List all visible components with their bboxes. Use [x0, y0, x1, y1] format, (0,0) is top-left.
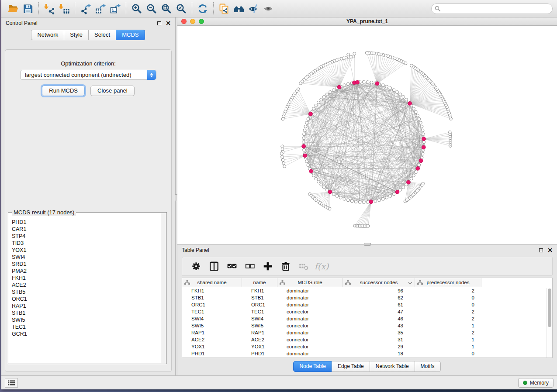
network-canvas[interactable] [177, 26, 557, 244]
tab-style[interactable]: Style [64, 30, 89, 40]
zoom-selected-icon[interactable] [174, 2, 189, 16]
table-cell: 18 [343, 350, 415, 357]
import-network-icon[interactable] [42, 2, 57, 16]
column-header-shared-name[interactable]: shared name [182, 278, 242, 287]
column-header-successor-nodes[interactable]: successor nodes [343, 278, 415, 287]
close-panel-icon[interactable]: ✕ [166, 20, 171, 26]
table-row[interactable]: ORC1ORC1dominator610 [182, 301, 552, 308]
refresh-view-icon[interactable] [195, 2, 210, 16]
table-cell: 96 [343, 287, 415, 294]
memory-button[interactable]: Memory [518, 378, 554, 388]
close-panel-button[interactable]: Close panel [90, 86, 135, 96]
delete-columns-icon[interactable] [280, 261, 291, 272]
select-all-icon[interactable] [227, 261, 237, 272]
float-table-panel-icon[interactable] [539, 248, 543, 252]
table-row[interactable]: YOX1YOX1connector291 [182, 343, 552, 350]
table-cell: 46 [343, 315, 415, 322]
horizontal-splitter-grip[interactable] [364, 243, 371, 246]
table-cell: STB1 [242, 294, 277, 301]
mcds-result-item[interactable]: FKH1 [10, 275, 160, 282]
close-table-panel-icon[interactable]: ✕ [547, 247, 553, 253]
table-row[interactable]: STB1STB1dominator620 [182, 294, 552, 301]
mcds-result-group: MCDS result (17 nodes) PHD1CAR1STP4TID3Y… [8, 212, 167, 364]
table-scrollbar[interactable] [547, 288, 552, 358]
task-history-button[interactable] [5, 378, 18, 388]
table-row[interactable]: SWI5SWI5connector431 [182, 322, 552, 329]
tab-select[interactable]: Select [88, 30, 116, 40]
table-row[interactable]: FKH1FKH1dominator962 [182, 287, 552, 294]
run-mcds-button[interactable]: Run MCDS [42, 86, 85, 96]
table-row[interactable]: PHD1PHD1dominator180 [182, 350, 552, 357]
mcds-result-item[interactable]: YOX1 [10, 247, 160, 254]
show-all-icon[interactable] [261, 2, 276, 16]
table-cell: 62 [343, 294, 415, 301]
add-column-icon[interactable] [263, 261, 273, 272]
first-neighbors-icon[interactable] [232, 2, 246, 16]
float-panel-icon[interactable] [157, 21, 161, 25]
table-row[interactable]: ACE2ACE2connector311 [182, 336, 552, 343]
split-view-icon[interactable] [209, 261, 219, 272]
mcds-result-item[interactable]: RAP1 [10, 303, 160, 309]
mcds-result-item[interactable]: STB1 [10, 309, 160, 316]
mcds-result-item[interactable]: ORC1 [10, 296, 160, 303]
export-image-icon[interactable] [108, 2, 123, 16]
save-session-icon[interactable] [21, 2, 35, 16]
zoom-out-icon[interactable] [144, 2, 159, 16]
mcds-result-item[interactable]: SWI5 [10, 316, 160, 323]
table-body: FKH1FKH1dominator962STB1STB1dominator620… [182, 287, 552, 357]
status-bar: Memory [1, 375, 557, 389]
tab-motifs[interactable]: Motifs [415, 361, 441, 372]
column-header-predecessor-nodes[interactable]: predecessor nodes [415, 278, 481, 287]
mcds-result-item[interactable]: STB5 [10, 289, 160, 296]
zoom-in-icon[interactable] [129, 2, 144, 16]
new-network-from-selection-icon[interactable] [217, 2, 232, 16]
main-area: Control Panel ✕ NetworkStyleSelectMCDS O… [1, 17, 557, 375]
import-table-icon[interactable] [57, 2, 72, 16]
column-header-name[interactable]: name [242, 278, 277, 287]
table-scrollbar-thumb[interactable] [548, 289, 551, 327]
toolbar-separator [213, 2, 214, 15]
table-row[interactable]: SWI4SWI4dominator462 [182, 315, 552, 322]
table-toolbar: f(x) [182, 257, 553, 276]
table-row[interactable]: TEC1TEC1connector472 [182, 308, 552, 315]
mcds-result-item[interactable]: SRD1 [10, 261, 160, 268]
mcds-result-item[interactable]: PMA2 [10, 268, 160, 275]
settings-gear-icon[interactable] [191, 261, 201, 272]
export-table-icon[interactable] [93, 2, 108, 16]
table-cell: ORC1 [182, 301, 242, 308]
open-file-icon[interactable] [6, 2, 21, 16]
mcds-result-item[interactable]: CAR1 [10, 226, 160, 233]
mcds-result-item[interactable]: TEC1 [10, 323, 160, 330]
toolbar-separator [38, 2, 39, 15]
mcds-result-item[interactable]: SWI4 [10, 254, 160, 261]
table-cell: YOX1 [242, 343, 277, 350]
table-cell: ACE2 [182, 336, 242, 343]
mcds-result-item[interactable]: ACE2 [10, 282, 160, 289]
hide-selected-icon[interactable] [246, 2, 261, 16]
tab-node-table[interactable]: Node Table [293, 361, 332, 372]
mcds-result-item[interactable]: PHD1 [10, 219, 160, 226]
toolbar-separator [126, 2, 126, 15]
search-input[interactable] [431, 3, 553, 14]
tab-network[interactable]: Network [31, 30, 64, 40]
mcds-result-item[interactable]: STP4 [10, 233, 160, 240]
table-cell: ORC1 [242, 301, 277, 308]
table-cell: FKH1 [242, 287, 277, 294]
table-row[interactable]: RAP1RAP1dominator352 [182, 329, 552, 336]
export-network-icon[interactable] [78, 2, 93, 16]
column-header-mcds-role[interactable]: MCDS role [277, 278, 343, 287]
table-panel-header: Table Panel ✕ [177, 244, 557, 256]
table-cell: TEC1 [242, 308, 277, 315]
toolbar-separator [192, 2, 192, 15]
mcds-result-item[interactable]: TID3 [10, 240, 160, 247]
network-graph[interactable] [177, 26, 557, 244]
mcds-list-scrollbar[interactable] [161, 213, 166, 363]
tab-mcds[interactable]: MCDS [116, 30, 145, 40]
optimization-criterion-dropdown[interactable]: largest connected component (undirected) [20, 70, 156, 80]
mcds-result-item[interactable]: GCR1 [10, 330, 160, 337]
deselect-all-icon[interactable] [245, 261, 255, 272]
tab-network-table[interactable]: Network Table [370, 361, 415, 372]
mcds-result-list[interactable]: PHD1CAR1STP4TID3YOX1SWI4SRD1PMA2FKH1ACE2… [10, 214, 160, 363]
zoom-fit-icon[interactable] [159, 2, 174, 16]
tab-edge-table[interactable]: Edge Table [332, 361, 370, 372]
